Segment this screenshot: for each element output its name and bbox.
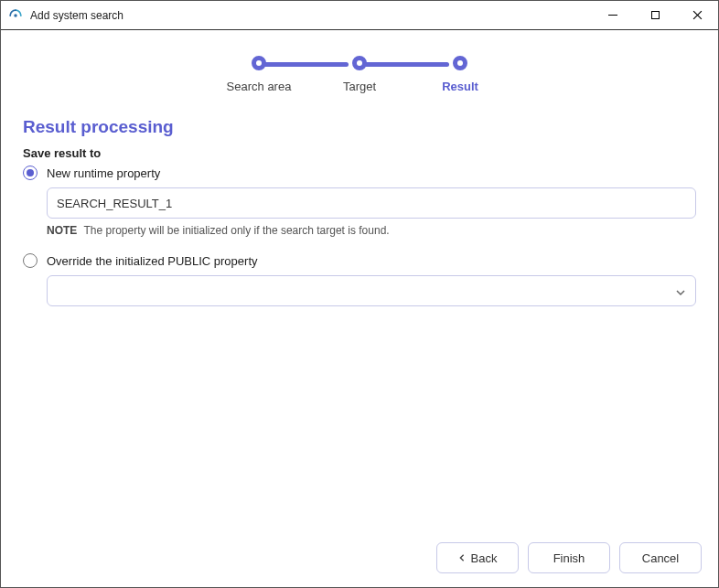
save-result-label: Save result to bbox=[23, 146, 696, 160]
chevron-left-icon bbox=[458, 551, 466, 564]
svg-point-0 bbox=[14, 14, 17, 17]
maximize-button[interactable] bbox=[634, 1, 676, 29]
step-dot-icon bbox=[252, 56, 266, 70]
step-label: Result bbox=[442, 80, 478, 93]
finish-button-label: Finish bbox=[553, 551, 585, 565]
step-dot-icon bbox=[453, 56, 467, 70]
minimize-button[interactable] bbox=[592, 1, 634, 29]
note-text: The property will be initialized only if… bbox=[83, 224, 389, 237]
note-tag: NOTE bbox=[47, 224, 77, 237]
step-label: Search area bbox=[227, 80, 292, 93]
page-heading: Result processing bbox=[23, 117, 696, 137]
wizard-stepper: Search area Target Result bbox=[23, 56, 696, 93]
footer-button-bar: Back Finish Cancel bbox=[1, 529, 718, 587]
radio-new-runtime-property-label: New runtime property bbox=[47, 166, 160, 180]
public-property-select[interactable] bbox=[47, 275, 696, 306]
chevron-down-icon bbox=[675, 285, 686, 296]
radio-new-runtime-property[interactable] bbox=[23, 166, 38, 180]
window-title: Add system search bbox=[30, 9, 592, 22]
back-button[interactable]: Back bbox=[436, 542, 519, 573]
close-button[interactable] bbox=[676, 1, 718, 29]
runtime-property-name-input[interactable] bbox=[47, 187, 696, 219]
radio-override-public-property[interactable] bbox=[23, 253, 38, 268]
step-label: Target bbox=[343, 80, 376, 93]
cancel-button[interactable]: Cancel bbox=[619, 542, 702, 573]
back-button-label: Back bbox=[471, 551, 498, 565]
finish-button[interactable]: Finish bbox=[528, 542, 610, 573]
note-text-row: NOTE The property will be initialized on… bbox=[47, 224, 696, 237]
radio-override-public-property-label: Override the initialized PUBLIC property bbox=[47, 254, 258, 268]
cancel-button-label: Cancel bbox=[642, 551, 679, 565]
step-dot-icon bbox=[352, 56, 367, 70]
titlebar: Add system search bbox=[1, 1, 718, 30]
app-icon bbox=[8, 8, 23, 23]
